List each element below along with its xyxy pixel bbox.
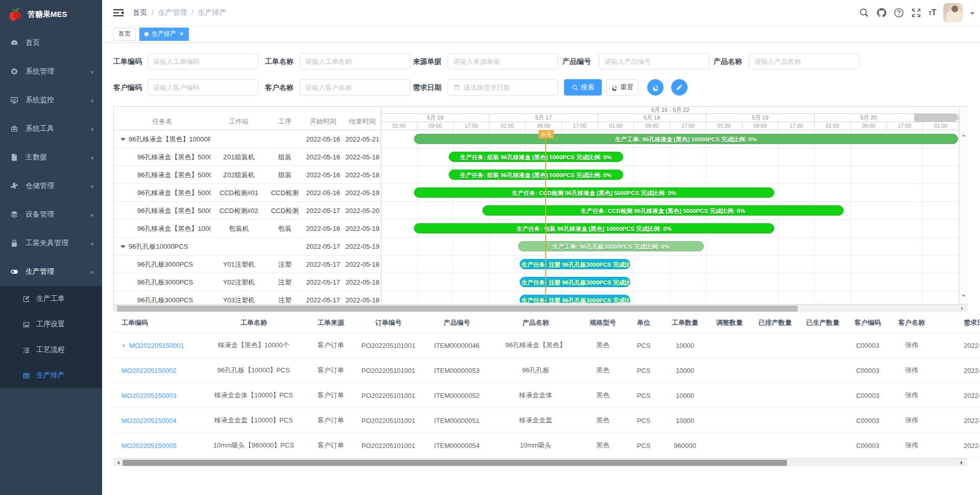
filter-input-产品名称 [749,53,860,69]
filter-field-来源单据[interactable] [453,58,553,65]
gantt-bar[interactable]: 生产任务: 注塑 96孔孔板3000PCS 完成比例: 0% [520,295,630,303]
filter-field-工单名称[interactable] [305,58,405,65]
gantt-task-row[interactable]: 96孔孔板3000PCSY02注塑机注塑2022-05-172022-05-18 [114,273,381,291]
table-cell: 张伟 [889,441,934,450]
order-link[interactable]: MO202205150005 [121,442,177,450]
breadcrumb-item[interactable]: 生产管理 [158,8,187,17]
gantt-bar[interactable]: 生产工单: 96孔移液盒 [黑色] 10000PCS 完成比例: 0% [414,134,958,144]
fullscreen-icon[interactable] [911,8,921,18]
table-column-工单名称: 工单名称 [200,318,307,327]
end-date-cell: 2022-05-18 [344,166,381,184]
sidebar-item-生产管理[interactable]: 生产管理∧ [0,257,102,286]
gantt-bar[interactable]: 生产任务: CCD检测 96孔移液盒 [黑色] 5000PCS 完成比例: 0% [482,205,844,216]
filter-field-产品编号[interactable] [604,58,704,65]
gantt-task-row[interactable]: 96孔孔板10000PCS2022-05-172022-05-19 [114,238,381,255]
order-code-cell: ∨MO202205150001 [113,342,200,349]
sidebar-item-工装夹具管理[interactable]: 工装夹具管理∨ [0,229,102,257]
search-icon[interactable] [859,8,869,18]
caret-down-icon[interactable] [970,12,975,17]
reset-button[interactable]: 重置 [606,79,639,96]
avatar[interactable] [943,3,963,22]
timeline-hour: 01:00 [598,122,634,130]
sync-gantt-button[interactable] [647,79,664,96]
table-cell: 移液盒盒盖 [491,416,580,425]
help-icon[interactable] [894,8,904,18]
gantt-horizontal-scrollbar[interactable] [114,304,968,312]
task-name-cell: 96孔移液盒【黑色】10000PCS [120,130,211,148]
today-flag: 今天 [538,130,554,138]
sidebar-submenu: 生产工单工序设置工艺流程生产排产 [0,286,102,388]
close-icon[interactable]: ✕ [179,31,184,37]
breadcrumb-item[interactable]: 生产排产 [198,8,227,17]
table-row[interactable]: MO202205150004移液盒盒盖【10000】PCS客户订单PO20220… [113,408,980,433]
table-row[interactable]: MO20220515000296孔孔板【10000】PCS客户订单PO20220… [113,358,980,383]
scroll-up-icon[interactable] [962,132,966,136]
search-button[interactable]: 搜索 [564,79,602,96]
sidebar-item-主数据[interactable]: 主数据∨ [0,143,102,172]
table-cell: 2022-05-22 [934,342,980,349]
gantt-task-row[interactable]: 96孔孔板3000PCSY03注塑机注塑2022-05-172022-05-18 [114,291,381,303]
gantt-bar[interactable]: 生产任务: 注塑 96孔孔板3000PCS 完成比例: 0% [520,259,630,269]
gantt-bar[interactable]: 生产任务: 注塑 96孔孔板3000PCS 完成比例: 0% [520,277,630,287]
sidebar-item-设备管理[interactable]: 设备管理∨ [0,200,102,229]
expand-triangle-icon[interactable] [120,138,126,144]
gantt-task-row[interactable]: 96孔移液盒【黑色】5000PCSCCD检测#02CCD检测2022-05-17… [114,202,381,220]
filter-field-需求日期[interactable] [463,84,553,91]
gantt-task-row[interactable]: 96孔孔板3000PCSY01注塑机注塑2022-05-172022-05-18 [114,255,381,273]
filter-field-产品名称[interactable] [754,58,854,65]
sidebar-subitem-生产工单[interactable]: 生产工单 [0,286,102,312]
order-link[interactable]: MO202205150004 [121,417,177,425]
gantt-vertical-scrollbar[interactable] [959,107,968,303]
gantt-bar[interactable]: 生产任务: 包装 96孔移液盒 [黑色] 10000PCS 完成比例: 0% [414,223,774,233]
filter-field-工单编码[interactable] [153,58,253,65]
filter-field-客户编码[interactable] [153,84,253,91]
sidebar-item-系统工具[interactable]: 系统工具∨ [0,114,102,143]
scroll-right-icon[interactable] [961,461,965,465]
sidebar-item-首页[interactable]: 首页 [0,29,102,57]
today-line [545,130,546,303]
gantt-bar[interactable]: 生产任务: 组装 96孔移液盒 [黑色] 5000PCS 完成比例: 0% [449,152,623,162]
font-size-icon[interactable]: TT [928,8,936,18]
sidebar-subitem-工序设置[interactable]: 工序设置 [0,312,102,337]
gantt-task-row[interactable]: 96孔移液盒【黑色】10000PCS2022-05-162022-05-21 [114,130,381,148]
breadcrumb-item[interactable]: 首页 [133,8,147,17]
sidebar-subitem-label: 工艺流程 [36,345,65,355]
task-name: 96孔孔板3000PCS [137,273,193,291]
process-cell: 组装 [267,166,303,184]
github-icon[interactable] [876,8,887,18]
sidebar-item-系统监控[interactable]: 系统监控∨ [0,86,102,114]
gantt-task-row[interactable]: 96孔移液盒【黑色】5000PCSZ01组装机组装2022-05-162022-… [114,148,381,166]
table-row[interactable]: ∨MO202205150001移液盒【黑色】10000个客户订单PO202205… [113,333,980,358]
order-link[interactable]: MO202205150001 [129,342,184,349]
tab-生产排产[interactable]: 生产排产✕ [139,28,189,41]
scroll-left-icon[interactable] [115,461,119,465]
scroll-right-icon[interactable] [961,307,965,311]
gantt-task-row[interactable]: 96孔移液盒【黑色】10000PCS包装机包装2022-05-162022-05… [114,220,381,238]
table-row[interactable]: MO20220515000510mm吸头【960000】PCS客户订单PO202… [113,433,980,458]
order-link[interactable]: MO202205150003 [121,392,177,399]
sidebar-subitem-生产排产[interactable]: 生产排产 [0,363,102,388]
sidebar-item-系统管理[interactable]: 系统管理∨ [0,57,102,86]
edit-schedule-button[interactable] [671,79,688,96]
gantt-hscroll-thumb[interactable] [117,305,798,312]
scroll-down-icon[interactable] [962,295,966,299]
workstation-cell: Z02组装机 [211,166,267,184]
filter-label-工单名称: 工单名称 [265,53,293,69]
table-cell: 10mm吸头 [491,441,580,450]
table-hscroll-thumb[interactable] [122,460,787,466]
sidebar-subitem-工艺流程[interactable]: 工艺流程 [0,337,102,363]
chevron-down-icon[interactable]: ∨ [121,342,126,348]
sidebar-item-仓储管理[interactable]: 仓储管理∨ [0,172,102,200]
gantt-task-row[interactable]: 96孔移液盒【黑色】5000PCSCCD检测#01CCD检测2022-05-16… [114,184,381,202]
gantt-bar[interactable]: 生产任务: 组装 96孔移液盒 [黑色] 5000PCS 完成比例: 0% [449,170,623,180]
gantt-task-row[interactable]: 96孔移液盒【黑色】5000PCSZ02组装机组装2022-05-162022-… [114,166,381,184]
sidebar-collapse-icon[interactable] [113,9,124,17]
table-horizontal-scrollbar[interactable] [113,458,967,466]
order-link[interactable]: MO202205150002 [121,367,177,374]
filter-field-客户名称[interactable] [305,84,405,91]
tab-首页[interactable]: 首页 [113,28,136,41]
app-logo: 苦糖果MES [0,0,102,29]
expand-triangle-icon[interactable] [120,245,126,251]
gantt-bar[interactable]: 生产任务: CCD检测 96孔移液盒 [黑色] 5000PCS 完成比例: 0% [414,187,774,198]
table-row[interactable]: MO202205150003移液盒盒体【10000】PCS客户订单PO20220… [113,383,980,408]
